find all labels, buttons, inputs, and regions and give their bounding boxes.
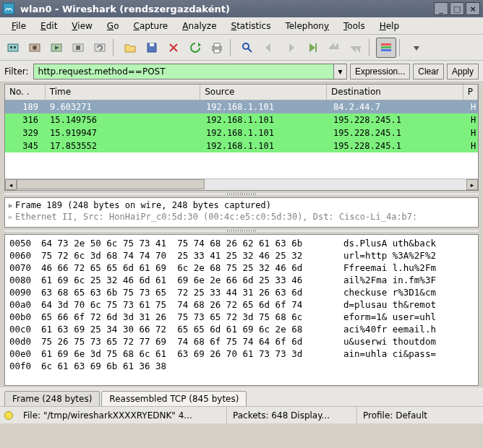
svg-marker-22 [330,43,334,48]
stop-capture-icon[interactable] [68,38,88,58]
detail-line-frame[interactable]: Frame 189 (248 bytes on wire, 248 bytes … [15,200,271,210]
col-source[interactable]: Source [200,85,327,100]
hex-row[interactable]: 00c061 63 69 25 34 30 66 72 65 65 6d 61 … [9,323,474,335]
last-icon[interactable] [346,38,366,58]
col-time[interactable]: Time [46,85,201,100]
restart-capture-icon[interactable] [90,38,110,58]
hex-row[interactable]: 008061 69 6c 25 32 46 6d 61 69 6e 2e 66 … [9,274,474,286]
status-profile[interactable]: Profile: Default [357,407,483,423]
svg-rect-28 [381,43,391,46]
scroll-right-icon[interactable]: ▸ [466,179,478,190]
find-icon[interactable] [237,38,257,58]
hex-pane[interactable]: 005064 73 2e 50 6c 75 73 41 75 74 68 26 … [4,234,479,386]
maximize-button[interactable]: □ [450,2,464,15]
window-title: wlan0 - Wireshark (rendszergazdaként) [20,4,434,14]
table-row[interactable]: 32915.919947192.168.1.101195.228.245.1H [5,126,478,139]
menu-edit[interactable]: Edit [33,20,64,33]
packet-list-body[interactable]: 1899.603271192.168.1.10184.2.44.7H31615.… [5,100,478,152]
col-no[interactable]: No. . [5,85,46,100]
save-icon[interactable] [142,38,162,58]
status-packets[interactable]: Packets: 648 Display... [227,407,357,423]
first-icon[interactable] [324,38,344,58]
status-file[interactable]: File: "/tmp/wiresharkXXXXRYEDNK" 4... [17,407,227,423]
menu-tools[interactable]: Tools [336,20,372,33]
hex-row[interactable]: 00b065 66 6f 72 6d 3d 31 26 75 73 65 72 … [9,311,474,323]
packet-list-pane: No. . Time Source Destination P 1899.603… [4,84,479,191]
goto-icon[interactable] [302,38,322,58]
back-icon[interactable] [259,38,279,58]
tab-frame[interactable]: Frame (248 bytes) [4,391,100,406]
interfaces-icon[interactable] [3,38,23,58]
expand-icon[interactable]: ▹ [8,212,15,222]
hex-row[interactable]: 005064 73 2e 50 6c 75 73 41 75 74 68 26 … [9,237,474,249]
menu-statistics[interactable]: Statistics [224,20,278,33]
filter-input[interactable] [34,64,333,79]
table-row[interactable]: 34517.853552192.168.1.101195.228.245.1H [5,139,478,152]
menu-help[interactable]: Help [372,20,406,33]
print-icon[interactable] [207,38,227,58]
packet-list-header: No. . Time Source Destination P [5,85,478,100]
hex-row[interactable]: 00f06c 61 63 69 6b 61 36 38 [9,360,474,372]
svg-marker-19 [289,43,294,52]
open-icon[interactable] [120,38,140,58]
scroll-thumb[interactable] [17,179,205,189]
expand-icon[interactable]: ▹ [8,200,15,210]
clear-button[interactable]: Clear [413,64,444,79]
table-row[interactable]: 31615.149756192.168.1.101195.228.245.1H [5,113,478,126]
forward-icon[interactable] [281,38,301,58]
splitter-1[interactable] [4,192,479,196]
more-icon[interactable] [406,38,427,58]
close-icon[interactable] [163,38,184,58]
splitter-2[interactable] [4,229,479,233]
svg-marker-12 [198,43,201,47]
menu-analyze[interactable]: Analyze [175,20,223,33]
h-scrollbar[interactable]: ◂ ▸ [5,178,478,190]
svg-rect-14 [214,43,220,47]
detail-line-eth[interactable]: Ethernet II, Src: HonHaiPr_c0:5d:30 (00:… [15,212,417,222]
filterbar: Filter: ▾ Expression... Clear Apply [0,61,483,82]
svg-rect-30 [381,49,391,51]
titlebar: wlan0 - Wireshark (rendszergazdaként) _ … [0,0,483,17]
svg-marker-27 [356,48,360,53]
menubar: File Edit View Go Capture Analyze Statis… [0,17,483,35]
svg-marker-26 [351,48,356,53]
expert-led-icon[interactable] [4,411,13,420]
svg-rect-8 [76,46,80,50]
svg-marker-31 [414,46,419,51]
filter-dropdown-icon[interactable]: ▾ [333,64,346,79]
hex-row[interactable]: 00e061 69 6e 3d 75 68 6c 61 63 69 26 70 … [9,348,474,360]
tab-reassembled[interactable]: Reassembled TCP (845 bytes) [101,391,247,406]
colorize-icon[interactable] [376,38,396,58]
svg-marker-18 [265,43,270,52]
hex-row[interactable]: 009063 68 65 63 6b 75 73 65 72 25 33 44 … [9,286,474,298]
hex-row[interactable]: 007046 66 72 65 65 6d 61 69 6c 2e 68 75 … [9,262,474,274]
hex-row[interactable]: 00d075 26 75 73 65 72 77 69 74 68 6f 75 … [9,335,474,348]
hex-row[interactable]: 00a064 3d 70 6c 75 73 61 75 74 68 26 72 … [9,298,474,311]
menu-telephony[interactable]: Telephony [278,20,336,33]
menu-capture[interactable]: Capture [126,20,175,33]
expression-button[interactable]: Expression... [350,64,410,79]
scroll-left-icon[interactable]: ◂ [5,179,17,190]
start-capture-icon[interactable] [46,38,67,58]
detail-pane[interactable]: ▹Frame 189 (248 bytes on wire, 248 bytes… [4,197,479,228]
svg-rect-24 [329,48,339,49]
apply-button[interactable]: Apply [447,64,479,79]
minimize-button[interactable]: _ [434,2,448,15]
svg-marker-20 [309,43,315,52]
table-row[interactable]: 1899.603271192.168.1.10184.2.44.7H [5,100,478,113]
options-icon[interactable] [25,38,45,58]
col-protocol[interactable]: P [463,85,478,100]
menu-go[interactable]: Go [100,20,127,33]
col-destination[interactable]: Destination [327,85,463,100]
svg-rect-2 [14,46,16,48]
svg-rect-29 [381,46,391,48]
svg-rect-1 [10,46,12,48]
svg-rect-11 [150,43,154,46]
filter-combo[interactable]: ▾ [33,64,347,79]
menu-view[interactable]: View [64,20,99,33]
reload-icon[interactable] [185,38,205,58]
hex-row[interactable]: 006075 72 6c 3d 68 74 74 70 25 33 41 25 … [9,249,474,262]
wireshark-icon [3,3,14,14]
menu-file[interactable]: File [4,20,33,33]
close-button[interactable]: × [466,2,480,15]
